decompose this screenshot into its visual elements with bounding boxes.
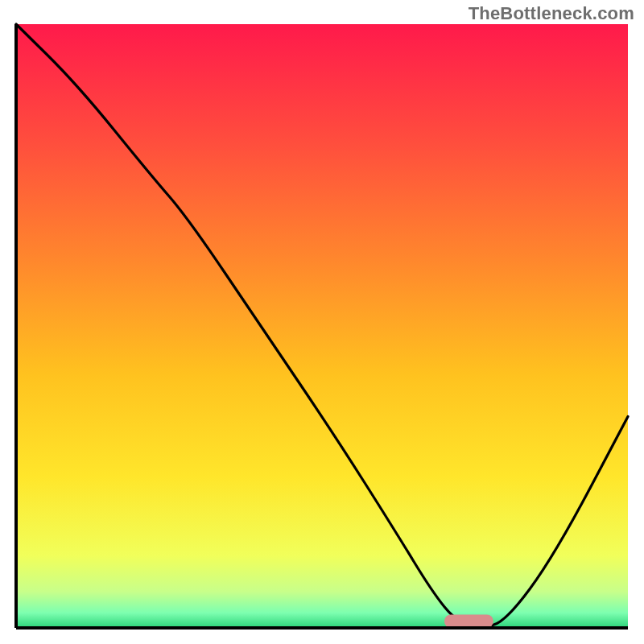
plot-background — [16, 24, 628, 628]
chart-container: TheBottleneck.com — [0, 0, 644, 644]
watermark-label: TheBottleneck.com — [469, 3, 634, 24]
bottleneck-chart — [0, 0, 644, 644]
optimal-range-marker — [444, 615, 493, 629]
